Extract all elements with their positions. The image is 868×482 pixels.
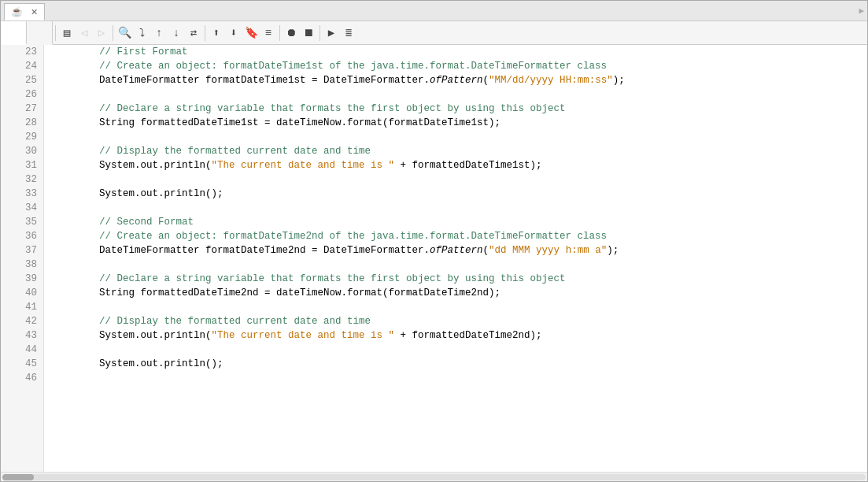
run-macro-button[interactable]: ▶ bbox=[323, 24, 340, 42]
string-token: "The current date and time is " bbox=[212, 330, 395, 341]
macro-list-button[interactable]: ≣ bbox=[340, 24, 357, 42]
prev-edit-button[interactable]: ◁ bbox=[76, 24, 93, 42]
comment-token: // Display the formatted current date an… bbox=[52, 146, 371, 157]
line-numbers-gutter: 2324252627282930313233343536373839404142… bbox=[1, 45, 44, 472]
code-line: System.out.println("The current date and… bbox=[52, 328, 867, 343]
tab-close-button[interactable]: ✕ bbox=[31, 7, 38, 17]
line-number: 28 bbox=[1, 116, 43, 130]
line-number: 23 bbox=[1, 45, 43, 59]
next-edit-button[interactable]: ▷ bbox=[93, 24, 110, 42]
comment-token: // Declare a string variable that format… bbox=[52, 273, 566, 284]
code-line bbox=[52, 201, 867, 215]
find-prev-button[interactable]: ↑ bbox=[150, 24, 168, 42]
code-line: // Declare a string variable that format… bbox=[52, 272, 867, 286]
code-line: // Display the formatted current date an… bbox=[52, 144, 867, 158]
horizontal-scrollbar[interactable] bbox=[1, 472, 867, 481]
comment-token: // Second Format bbox=[52, 217, 194, 228]
line-number: 27 bbox=[1, 102, 43, 116]
code-line bbox=[52, 87, 867, 102]
editor-window: ☕ ✕ ▶ ▤ ◁ ▷ 🔍 ⤵ ↑ ↓ ⇄ ⬆ ⬇ 🔖 ≡ ⏺ ⏹ ▶ ≣ 23… bbox=[0, 0, 868, 482]
line-number: 26 bbox=[1, 87, 43, 102]
string-token: "MM/dd/yyyy HH:mm:ss" bbox=[489, 75, 613, 86]
file-icon: ☕ bbox=[11, 6, 23, 17]
line-number: 25 bbox=[1, 73, 43, 87]
code-line: // Create an object: formatDateTime2nd o… bbox=[52, 229, 867, 243]
line-number: 35 bbox=[1, 215, 43, 229]
line-number: 43 bbox=[1, 328, 43, 343]
normal-token: String formattedDateTime1st = dateTimeNo… bbox=[52, 117, 500, 128]
line-number: 38 bbox=[1, 258, 43, 272]
code-line bbox=[52, 371, 867, 385]
find-next-button[interactable]: ↓ bbox=[168, 24, 185, 42]
code-line bbox=[52, 343, 867, 357]
tab-history[interactable] bbox=[27, 21, 53, 45]
line-number: 39 bbox=[1, 272, 43, 286]
tab-scroll-arrow[interactable]: ▶ bbox=[859, 6, 864, 16]
scrollbar-track[interactable] bbox=[2, 474, 866, 480]
code-line: // Display the formatted current date an… bbox=[52, 314, 867, 328]
toolbar-divider-5 bbox=[319, 25, 320, 41]
title-bar: ☕ ✕ ▶ bbox=[1, 1, 867, 21]
normal-token: ); bbox=[613, 75, 625, 86]
method-token: ofPattern bbox=[430, 75, 483, 86]
code-line: DateTimeFormatter formatDateTime2nd = Da… bbox=[52, 243, 867, 258]
record-macro-button[interactable]: ⏺ bbox=[283, 24, 300, 42]
line-number: 24 bbox=[1, 59, 43, 73]
comment-token: // First Format bbox=[52, 46, 188, 57]
comment-token: // Display the formatted current date an… bbox=[52, 316, 371, 327]
line-number: 40 bbox=[1, 286, 43, 300]
normal-token: System.out.println(); bbox=[52, 188, 223, 199]
line-number: 32 bbox=[1, 172, 43, 187]
line-number: 29 bbox=[1, 130, 43, 144]
code-line: DateTimeFormatter formatDateTime1st = Da… bbox=[52, 73, 867, 87]
stop-macro-button[interactable]: ⏹ bbox=[300, 24, 317, 42]
file-tab[interactable]: ☕ ✕ bbox=[4, 3, 45, 20]
line-number: 41 bbox=[1, 300, 43, 314]
comment-token: // Declare a string variable that format… bbox=[52, 103, 566, 114]
code-editor[interactable]: // First Format // Create an object: for… bbox=[44, 45, 867, 472]
bookmark-prev-button[interactable]: ⬆ bbox=[208, 24, 225, 42]
code-line: // Second Format bbox=[52, 215, 867, 229]
normal-token: DateTimeFormatter formatDateTime1st = Da… bbox=[52, 75, 430, 86]
code-line: System.out.println(); bbox=[52, 187, 867, 201]
code-line: System.out.println("The current date and… bbox=[52, 158, 867, 172]
code-line: String formattedDateTime2nd = dateTimeNo… bbox=[52, 286, 867, 300]
line-number: 37 bbox=[1, 243, 43, 258]
code-line: String formattedDateTime1st = dateTimeNo… bbox=[52, 116, 867, 130]
line-number: 33 bbox=[1, 187, 43, 201]
comment-token: // Create an object: formatDateTime1st o… bbox=[52, 61, 607, 72]
normal-token: System.out.println( bbox=[52, 330, 212, 341]
normal-token: System.out.println( bbox=[52, 160, 212, 171]
normal-token: String formattedDateTime2nd = dateTimeNo… bbox=[52, 287, 500, 298]
code-line: // Declare a string variable that format… bbox=[52, 102, 867, 116]
string-token: "The current date and time is " bbox=[212, 160, 395, 171]
code-line bbox=[52, 300, 867, 314]
toolbar-divider-3 bbox=[205, 25, 205, 41]
scrollbar-thumb[interactable] bbox=[2, 474, 34, 480]
tab-source[interactable] bbox=[1, 21, 27, 45]
line-number: 30 bbox=[1, 144, 43, 158]
line-number: 31 bbox=[1, 158, 43, 172]
normal-token: + formattedDateTime2nd); bbox=[394, 330, 542, 341]
toolbar-divider-4 bbox=[279, 25, 280, 41]
normal-token: ( bbox=[483, 75, 489, 86]
toolbar-divider-1 bbox=[55, 25, 56, 41]
editor-container: 2324252627282930313233343536373839404142… bbox=[1, 45, 867, 472]
code-line bbox=[52, 258, 867, 272]
line-number: 42 bbox=[1, 314, 43, 328]
bookmark-next-button[interactable]: ⬇ bbox=[225, 24, 242, 42]
toggle-bookmark-button[interactable]: 🔖 bbox=[242, 24, 260, 42]
line-number: 34 bbox=[1, 201, 43, 215]
search-button[interactable]: 🔍 bbox=[116, 24, 133, 42]
line-number: 46 bbox=[1, 371, 43, 385]
string-token: "dd MMM yyyy h:mm a" bbox=[489, 245, 607, 256]
normal-token: + formattedDateTime1st); bbox=[394, 160, 542, 171]
search-replace-button[interactable]: ⇄ bbox=[185, 24, 202, 42]
normal-token: ( bbox=[483, 245, 489, 256]
toggle-markup-button[interactable]: ▤ bbox=[58, 24, 76, 42]
task-button[interactable]: ≡ bbox=[260, 24, 277, 42]
incremental-search-button[interactable]: ⤵ bbox=[133, 24, 150, 42]
normal-token: DateTimeFormatter formatDateTime2nd = Da… bbox=[52, 245, 430, 256]
normal-token: System.out.println(); bbox=[52, 358, 223, 369]
line-number: 36 bbox=[1, 229, 43, 243]
